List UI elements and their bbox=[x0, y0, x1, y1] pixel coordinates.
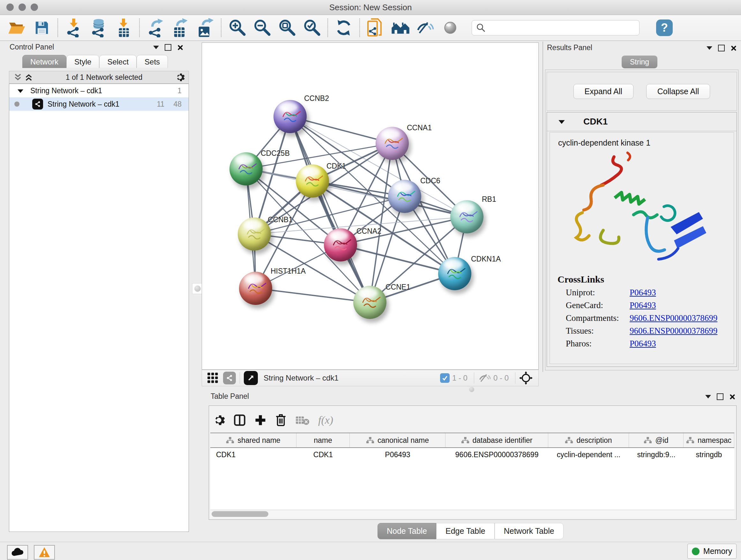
zoom-out-button[interactable] bbox=[250, 16, 274, 39]
expand-all-icon[interactable] bbox=[24, 73, 33, 81]
network-node-CCNB1[interactable] bbox=[238, 217, 271, 251]
import-table-button[interactable] bbox=[111, 16, 136, 39]
left-splitter-handle[interactable] bbox=[192, 283, 203, 294]
network-canvas[interactable]: CCNB2CCNA1CDC25BCDK1CDC6RB1CCNB1CCNA2CDK… bbox=[202, 43, 539, 370]
crosslink-link[interactable]: 9606.ENSP00000378699 bbox=[630, 326, 718, 336]
gear-icon[interactable] bbox=[175, 72, 185, 82]
table-cell[interactable]: stringdb:9... bbox=[629, 448, 684, 461]
network-selection-status: 1 of 1 Network selected bbox=[33, 73, 175, 82]
network-node-CCNA2[interactable] bbox=[324, 228, 357, 261]
panel-menu-icon[interactable] bbox=[705, 395, 711, 398]
tab-edge-table[interactable]: Edge Table bbox=[436, 523, 495, 539]
network-node-RB1[interactable] bbox=[450, 200, 483, 233]
export-table-button[interactable] bbox=[168, 16, 193, 39]
refresh-button[interactable] bbox=[331, 16, 356, 39]
show-orb-button[interactable] bbox=[438, 16, 463, 39]
network-node-HIST1H1A[interactable] bbox=[239, 272, 272, 305]
birdseye-grid-icon[interactable] bbox=[207, 372, 219, 384]
network-node-CDKN1A[interactable] bbox=[438, 257, 471, 290]
network-node-CDC6[interactable] bbox=[388, 180, 421, 213]
tab-network[interactable]: Network bbox=[22, 55, 66, 69]
share-document-button[interactable] bbox=[363, 16, 388, 39]
collapse-all-icon[interactable] bbox=[14, 73, 22, 81]
gene-section-header[interactable]: CDK1 bbox=[547, 112, 737, 131]
fit-content-icon[interactable] bbox=[519, 371, 533, 385]
tab-network-table[interactable]: Network Table bbox=[495, 523, 563, 539]
crosslink-link[interactable]: P06493 bbox=[630, 288, 656, 298]
table-cell[interactable]: cyclin-dependent ... bbox=[548, 448, 629, 461]
search-field[interactable] bbox=[472, 20, 639, 36]
column-header-canonical-name[interactable]: canonical name bbox=[350, 433, 446, 447]
zoom-in-button[interactable] bbox=[225, 16, 250, 39]
tab-select[interactable]: Select bbox=[99, 55, 137, 69]
table-tabs: Node Table Edge Table Network Table bbox=[378, 523, 563, 539]
network-collection-row[interactable]: String Network – cdk1 1 bbox=[9, 84, 189, 98]
gear-icon[interactable] bbox=[213, 414, 225, 426]
help-button[interactable]: ? bbox=[656, 19, 673, 36]
table-cell[interactable]: CDK1 bbox=[296, 448, 350, 461]
close-panel-icon[interactable] bbox=[731, 45, 736, 51]
tab-style[interactable]: Style bbox=[66, 55, 99, 69]
column-header-shared-name[interactable]: shared name bbox=[210, 433, 296, 447]
network-node-CCNA1[interactable] bbox=[376, 127, 409, 160]
panel-menu-icon[interactable] bbox=[706, 46, 712, 50]
collapse-all-button[interactable]: Collapse All bbox=[646, 84, 711, 99]
tab-node-table[interactable]: Node Table bbox=[378, 523, 436, 539]
memory-button[interactable]: Memory bbox=[687, 544, 737, 559]
crosslink-link[interactable]: P06493 bbox=[630, 300, 656, 310]
table-row[interactable]: CDK1CDK1P064939606.ENSP00000378699cyclin… bbox=[210, 448, 734, 461]
column-header--id[interactable]: @id bbox=[629, 433, 684, 447]
network-row-selected[interactable]: String Network – cdk1 11 48 bbox=[9, 98, 189, 111]
selected-checkbox-icon[interactable] bbox=[440, 373, 450, 383]
expand-all-button[interactable]: Expand All bbox=[574, 84, 633, 99]
network-node-CCNB2[interactable] bbox=[273, 100, 307, 133]
zoom-fit-button[interactable] bbox=[274, 16, 299, 39]
add-column-icon[interactable] bbox=[254, 414, 266, 426]
float-panel-icon[interactable] bbox=[717, 393, 724, 400]
network-node-CCNE1[interactable] bbox=[353, 286, 387, 319]
column-header-name[interactable]: name bbox=[296, 433, 350, 447]
split-columns-icon[interactable] bbox=[233, 414, 246, 427]
zoom-selected-button[interactable] bbox=[299, 16, 324, 39]
close-panel-icon[interactable] bbox=[729, 394, 735, 400]
search-input[interactable] bbox=[486, 23, 635, 32]
delete-column-icon[interactable] bbox=[275, 414, 287, 427]
close-panel-icon[interactable] bbox=[177, 45, 183, 51]
column-header-namespac[interactable]: namespac bbox=[684, 433, 734, 447]
save-session-button[interactable] bbox=[29, 16, 54, 39]
crosslink-label: Uniprot: bbox=[566, 288, 630, 298]
node-gloss-highlight bbox=[444, 260, 462, 269]
hide-elements-button[interactable] bbox=[413, 16, 438, 39]
cloud-button[interactable] bbox=[7, 545, 28, 560]
home-networks-button[interactable] bbox=[388, 16, 413, 39]
crosslink-link[interactable]: P06493 bbox=[630, 339, 656, 349]
panel-menu-icon[interactable] bbox=[153, 46, 159, 49]
collection-expand-icon[interactable] bbox=[17, 89, 23, 93]
table-hscrollbar[interactable] bbox=[210, 510, 734, 518]
import-database-button[interactable] bbox=[86, 16, 111, 39]
table-cell[interactable]: stringdb bbox=[684, 448, 734, 461]
network-node-CDC25B[interactable] bbox=[229, 152, 263, 186]
column-header-label: database identifier bbox=[473, 436, 533, 445]
tab-sets[interactable]: Sets bbox=[137, 55, 168, 69]
table-cell[interactable]: 9606.ENSP00000378699 bbox=[446, 448, 548, 461]
warning-button[interactable] bbox=[34, 545, 55, 560]
column-header-database-identifier[interactable]: database identifier bbox=[446, 433, 548, 447]
import-network-button[interactable] bbox=[61, 16, 86, 39]
crosslink-link[interactable]: 9606.ENSP00000378699 bbox=[630, 313, 718, 323]
section-collapse-icon[interactable] bbox=[558, 119, 565, 124]
export-network-button[interactable] bbox=[143, 16, 168, 39]
tab-string[interactable]: String bbox=[622, 56, 657, 68]
open-session-button[interactable] bbox=[4, 16, 29, 39]
share-network-button[interactable] bbox=[223, 372, 236, 384]
crosslink-label: GeneCard: bbox=[566, 300, 630, 310]
float-panel-icon[interactable] bbox=[718, 45, 725, 51]
column-header-description[interactable]: description bbox=[548, 433, 629, 447]
detach-view-button[interactable] bbox=[244, 371, 258, 385]
table-cell[interactable]: P06493 bbox=[350, 448, 446, 461]
hscrollbar-thumb[interactable] bbox=[212, 511, 268, 517]
network-node-CDK1[interactable] bbox=[296, 165, 329, 198]
float-panel-icon[interactable] bbox=[165, 44, 172, 51]
export-image-button[interactable] bbox=[193, 16, 218, 39]
table-cell[interactable]: CDK1 bbox=[210, 448, 296, 461]
